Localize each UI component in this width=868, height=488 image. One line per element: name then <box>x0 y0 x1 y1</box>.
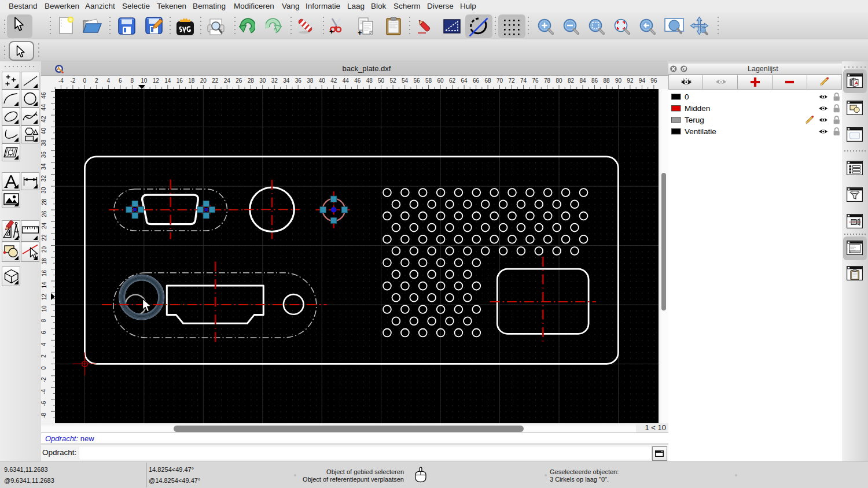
svg-text:84: 84 <box>579 77 586 84</box>
svg-text:-4: -4 <box>41 389 47 394</box>
svg-text:+: + <box>358 28 362 36</box>
svg-text:-2: -2 <box>41 377 47 382</box>
svg-text:10: 10 <box>41 305 47 312</box>
svg-text:44: 44 <box>41 104 47 111</box>
svg-text:16: 16 <box>41 270 47 277</box>
svg-text:86: 86 <box>591 77 598 84</box>
svg-text:28: 28 <box>41 199 47 206</box>
svg-text:48: 48 <box>366 77 373 84</box>
svg-text:10: 10 <box>141 77 148 84</box>
svg-text:36: 36 <box>41 151 47 158</box>
svg-text:66: 66 <box>473 77 480 84</box>
svg-text:54: 54 <box>402 77 409 84</box>
svg-text:8: 8 <box>41 319 47 322</box>
svg-text:94: 94 <box>639 77 646 84</box>
svg-text:2: 2 <box>95 77 98 84</box>
svg-text:80: 80 <box>556 77 562 84</box>
svg-text:6: 6 <box>119 77 122 84</box>
svg-text:18: 18 <box>41 258 47 265</box>
svg-text:34: 34 <box>41 163 47 170</box>
svg-text:4: 4 <box>41 342 47 346</box>
svg-text:6: 6 <box>41 331 47 334</box>
svg-text:32: 32 <box>41 175 47 182</box>
svg-text:82: 82 <box>568 77 575 84</box>
svg-text:22: 22 <box>212 77 219 84</box>
svg-text:26: 26 <box>236 77 242 84</box>
svg-text:12: 12 <box>153 77 160 84</box>
svg-text:30: 30 <box>259 77 266 84</box>
svg-text:72: 72 <box>508 77 515 84</box>
svg-text:0: 0 <box>41 366 47 369</box>
svg-text:20: 20 <box>41 246 47 253</box>
svg-text:62: 62 <box>449 77 456 84</box>
svg-text:88: 88 <box>603 77 610 84</box>
svg-text:18: 18 <box>188 77 195 84</box>
svg-text:-8: -8 <box>41 413 47 418</box>
svg-text:46: 46 <box>354 77 361 84</box>
svg-text:32: 32 <box>271 77 278 84</box>
svg-text:58: 58 <box>425 77 432 84</box>
svg-text:24: 24 <box>224 77 231 84</box>
svg-text:38: 38 <box>41 139 47 146</box>
svg-text:16: 16 <box>176 77 183 84</box>
svg-text:36: 36 <box>295 77 302 84</box>
svg-text:34: 34 <box>283 77 290 84</box>
svg-text:12: 12 <box>41 294 47 301</box>
svg-text:-2: -2 <box>70 77 75 84</box>
svg-text:50: 50 <box>378 77 385 84</box>
svg-text:68: 68 <box>485 77 492 84</box>
svg-text:26: 26 <box>41 210 47 217</box>
svg-text:Terug: Terug <box>685 116 704 124</box>
svg-text:22: 22 <box>41 234 47 241</box>
svg-text:76: 76 <box>532 77 539 84</box>
svg-text:30: 30 <box>41 187 47 194</box>
svg-text:60: 60 <box>437 77 444 84</box>
svg-text:Midden: Midden <box>685 104 710 113</box>
svg-text:52: 52 <box>390 77 397 84</box>
svg-text:64: 64 <box>461 77 468 84</box>
svg-text:96: 96 <box>650 77 657 84</box>
svg-text:70: 70 <box>496 77 503 84</box>
svg-text:14: 14 <box>164 77 171 84</box>
svg-text:24: 24 <box>41 223 47 230</box>
svg-text:42: 42 <box>330 77 337 84</box>
svg-text:92: 92 <box>627 77 634 84</box>
svg-text:46: 46 <box>41 92 47 99</box>
svg-text:-4: -4 <box>58 77 64 84</box>
svg-text:56: 56 <box>414 77 421 84</box>
svg-text:38: 38 <box>307 77 314 84</box>
svg-text:44: 44 <box>343 77 350 84</box>
svg-text:2: 2 <box>41 354 47 358</box>
svg-text:42: 42 <box>41 116 47 123</box>
svg-text:28: 28 <box>248 77 255 84</box>
svg-text:4: 4 <box>107 77 111 84</box>
svg-text:40: 40 <box>319 77 326 84</box>
svg-text:0: 0 <box>685 93 689 101</box>
svg-text:-6: -6 <box>41 401 47 406</box>
svg-text:40: 40 <box>41 128 47 135</box>
svg-text:74: 74 <box>520 77 527 84</box>
svg-text:Ventilatie: Ventilatie <box>685 127 716 136</box>
svg-text:90: 90 <box>615 77 622 84</box>
svg-text:+: + <box>329 27 334 35</box>
svg-text:14: 14 <box>41 282 47 289</box>
svg-text:0: 0 <box>83 77 87 84</box>
svg-text:8: 8 <box>131 77 134 84</box>
svg-text:78: 78 <box>544 77 551 84</box>
svg-text:20: 20 <box>200 77 207 84</box>
